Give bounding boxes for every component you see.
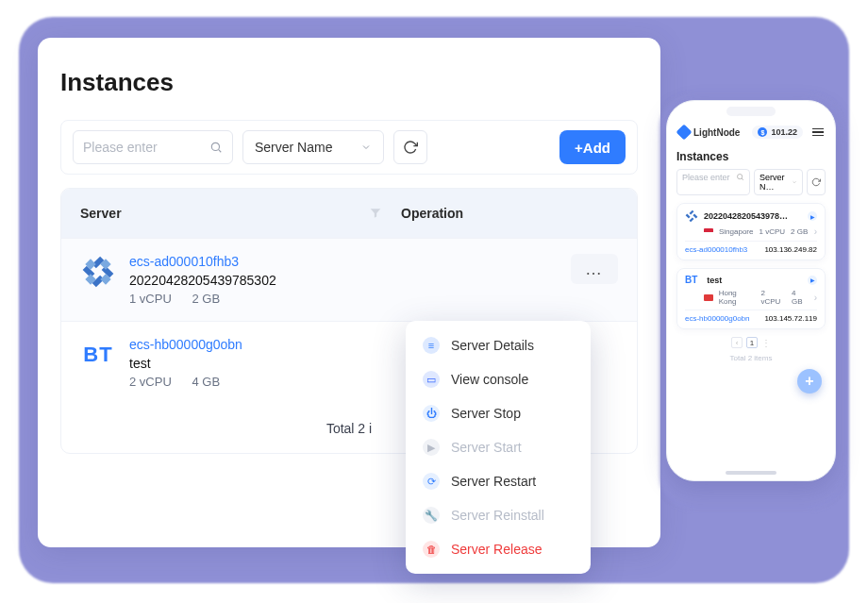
phone-home-indicator — [726, 471, 776, 475]
pager-ellipsis: ⋮ — [761, 338, 771, 348]
filter-select[interactable]: Server Name — [242, 130, 384, 164]
svg-line-11 — [742, 178, 743, 180]
phone-header: LightNode $ 101.22 — [676, 122, 826, 146]
phone-filter-bar: Please enter Server N… — [676, 169, 826, 195]
menu-server-reinstall: 🔧 Server Reinstall — [406, 498, 591, 532]
chevron-right-icon: › — [814, 226, 817, 237]
svg-rect-12 — [690, 210, 694, 215]
svg-rect-14 — [686, 214, 691, 219]
phone-mock: LightNode $ 101.22 Instances Please ente… — [666, 100, 836, 481]
svg-point-0 — [211, 142, 219, 150]
card-region: Singapore — [719, 227, 753, 236]
bt-icon: BT — [685, 275, 697, 285]
flag-sg-icon — [704, 228, 713, 235]
power-icon: ⏻ — [423, 405, 440, 422]
card-ip: 103.136.249.82 — [764, 245, 817, 254]
server-cpu: 1 vCPU — [129, 292, 172, 306]
centos-icon — [685, 209, 698, 223]
chevron-down-icon — [360, 142, 372, 153]
server-mem: 2 GB — [192, 292, 220, 306]
server-link[interactable]: ecs-ad000010fhb3 — [129, 254, 276, 269]
search-placeholder: Please enter — [83, 140, 158, 155]
refresh-button[interactable] — [393, 130, 427, 164]
phone-filter-select[interactable]: Server N… — [754, 169, 803, 195]
svg-line-1 — [219, 150, 222, 153]
page-title: Instances — [60, 68, 638, 97]
add-button[interactable]: +Add — [559, 130, 626, 164]
phone-add-button[interactable]: + — [797, 369, 822, 394]
card-title: test — [707, 276, 802, 285]
brand: LightNode — [678, 126, 740, 138]
filter-select-label: Server Name — [255, 140, 332, 155]
server-cpu: 2 vCPU — [129, 375, 172, 389]
card-link[interactable]: ecs-hb00000g0obn — [685, 314, 750, 323]
list-icon: ≡ — [423, 337, 440, 354]
phone-refresh-button[interactable] — [807, 169, 826, 195]
card-title: 2022042820543978… — [704, 211, 802, 221]
phone-page-title: Instances — [676, 150, 826, 163]
play-icon[interactable]: ▶ — [808, 211, 817, 221]
chevron-down-icon — [792, 178, 797, 186]
trash-icon: 🗑 — [423, 541, 440, 558]
brand-label: LightNode — [693, 127, 740, 138]
card-cpu: 2 vCPU — [760, 289, 786, 306]
add-button-label: +Add — [575, 140, 610, 156]
svg-rect-15 — [693, 214, 697, 219]
table-row: ecs-ad000010fhb3 20220428205439785302 1 … — [61, 238, 637, 321]
menu-server-details[interactable]: ≡ Server Details — [406, 328, 591, 362]
svg-point-10 — [738, 175, 743, 179]
phone-total: Total 2 items — [676, 354, 826, 362]
server-specs: 1 vCPU 2 GB — [129, 292, 276, 306]
menu-icon[interactable] — [812, 128, 824, 137]
menu-view-console[interactable]: ▭ View console — [406, 362, 591, 396]
server-subtitle: test — [129, 356, 242, 371]
phone-search-input[interactable]: Please enter — [676, 169, 750, 195]
server-specs: 2 vCPU 4 GB — [129, 375, 242, 389]
operation-menu: ≡ Server Details ▭ View console ⏻ Server… — [406, 321, 591, 574]
restart-icon: ⟳ — [423, 473, 440, 490]
pager-page[interactable]: 1 — [746, 337, 758, 348]
phone-instance-card[interactable]: BT test ▶ Hong Kong 2 vCPU 4 GB › ecs-hb… — [676, 268, 826, 329]
flag-hk-icon — [704, 294, 713, 301]
balance-amount: 101.22 — [771, 127, 797, 137]
card-ip: 103.145.72.119 — [764, 314, 817, 323]
filter-bar: Please enter Server Name +Add — [60, 120, 638, 175]
search-icon — [209, 141, 223, 154]
phone-notch — [726, 107, 776, 116]
chevron-right-icon: › — [814, 293, 817, 303]
card-cpu: 1 vCPU — [759, 227, 785, 236]
search-input[interactable]: Please enter — [73, 130, 233, 164]
menu-server-stop[interactable]: ⏻ Server Stop — [406, 396, 591, 430]
menu-server-start: ▶ Server Start — [406, 430, 591, 464]
menu-server-release[interactable]: 🗑 Server Release — [406, 532, 591, 566]
card-link[interactable]: ecs-ad000010fhb3 — [685, 245, 747, 254]
filter-icon[interactable] — [369, 207, 382, 220]
balance-pill[interactable]: $ 101.22 — [752, 126, 803, 139]
server-subtitle: 20220428205439785302 — [129, 273, 276, 288]
phone-pager: ‹ 1 ⋮ — [676, 337, 826, 348]
play-icon[interactable]: ▶ — [808, 276, 817, 285]
operation-menu-button[interactable]: … — [571, 254, 618, 284]
total-label: Total 2 i — [326, 421, 372, 436]
play-icon: ▶ — [423, 439, 440, 456]
table-header: Server Operation — [61, 189, 637, 238]
brand-icon — [676, 125, 693, 141]
dollar-icon: $ — [758, 127, 767, 137]
refresh-icon — [811, 177, 821, 187]
bt-icon: BT — [80, 337, 116, 373]
server-link[interactable]: ecs-hb00000g0obn — [129, 337, 242, 352]
card-mem: 4 GB — [792, 289, 809, 306]
refresh-icon — [403, 140, 418, 155]
console-icon: ▭ — [423, 371, 440, 388]
col-operation-label: Operation — [401, 206, 463, 221]
col-server-label: Server — [80, 206, 122, 221]
search-icon — [736, 173, 744, 181]
pager-prev[interactable]: ‹ — [731, 337, 743, 348]
wrench-icon: 🔧 — [423, 507, 440, 524]
centos-icon — [80, 254, 116, 290]
server-mem: 4 GB — [192, 375, 220, 389]
svg-rect-13 — [690, 217, 694, 222]
menu-server-restart[interactable]: ⟳ Server Restart — [406, 464, 591, 498]
phone-instance-card[interactable]: 2022042820543978… ▶ Singapore 1 vCPU 2 G… — [676, 203, 826, 260]
card-region: Hong Kong — [719, 289, 756, 306]
